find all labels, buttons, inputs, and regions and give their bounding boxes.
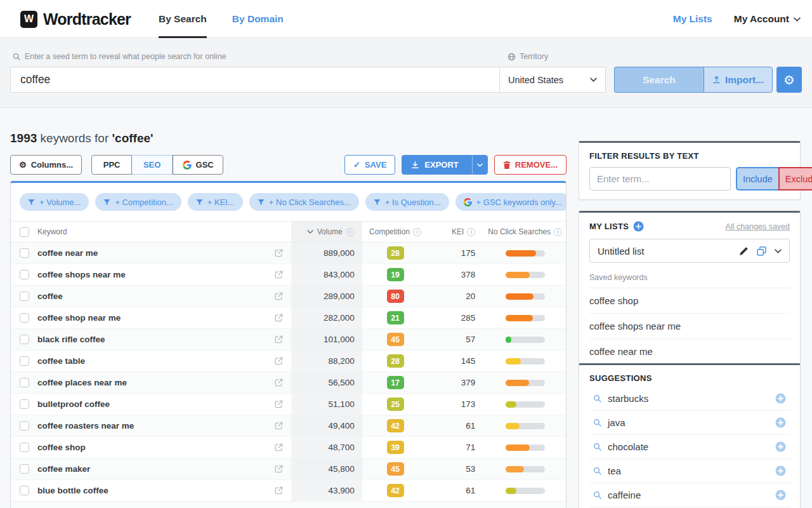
- no-click-bar-fill: [506, 488, 516, 494]
- results-label: keywords for: [41, 131, 109, 145]
- tab-by-domain[interactable]: By Domain: [232, 0, 284, 38]
- header-competition[interactable]: Competition: [369, 227, 410, 236]
- brand-logo[interactable]: W Wordtracker: [20, 0, 131, 38]
- export-button[interactable]: EXPORT: [402, 155, 487, 175]
- volume-value: 289,000: [324, 291, 355, 301]
- external-link-icon[interactable]: [274, 399, 284, 409]
- remove-button[interactable]: REMOVE...: [494, 155, 566, 175]
- external-link-icon[interactable]: [274, 378, 284, 387]
- add-suggestion-button[interactable]: [775, 393, 786, 404]
- territory-value: United States: [508, 75, 590, 85]
- save-button[interactable]: ✓ SAVE: [344, 155, 395, 175]
- external-link-icon[interactable]: [274, 443, 284, 452]
- volume-info-icon[interactable]: i: [346, 228, 355, 236]
- row-checkbox[interactable]: [20, 270, 29, 279]
- header-volume[interactable]: Volume: [317, 227, 343, 236]
- add-suggestion-button[interactable]: [775, 465, 786, 476]
- row-checkbox[interactable]: [20, 313, 29, 323]
- funnel-icon: [103, 199, 110, 206]
- external-link-icon[interactable]: [274, 464, 284, 474]
- filter-chip[interactable]: + Volume...: [20, 193, 89, 211]
- header-kei[interactable]: KEI: [452, 227, 464, 236]
- tab-by-search[interactable]: By Search: [159, 0, 207, 38]
- list-selector[interactable]: Untitled list: [589, 239, 790, 263]
- add-suggestion-button[interactable]: [775, 441, 786, 452]
- volume-value: 843,000: [324, 270, 355, 279]
- row-checkbox[interactable]: [20, 486, 29, 495]
- include-toggle[interactable]: Include: [736, 167, 778, 190]
- ppc-tab[interactable]: PPC: [91, 155, 132, 175]
- no-click-bar: [506, 337, 545, 343]
- my-account-menu[interactable]: My Account: [734, 13, 801, 25]
- row-checkbox[interactable]: [20, 399, 29, 409]
- header-no-click-searches[interactable]: No Click Searches: [488, 227, 551, 236]
- filter-chip[interactable]: + No Click Searches...: [249, 193, 359, 211]
- row-checkbox[interactable]: [20, 335, 29, 344]
- suggestion-item[interactable]: caffeine: [589, 483, 790, 507]
- suggestion-item[interactable]: chocolate: [589, 435, 790, 459]
- suggestion-item[interactable]: java: [589, 411, 790, 435]
- export-dropdown-toggle[interactable]: [472, 156, 487, 174]
- sort-chevron-icon: [307, 230, 313, 234]
- filter-chip[interactable]: + Competition...: [95, 193, 181, 211]
- external-link-icon[interactable]: [274, 291, 284, 301]
- kei-value: 175: [461, 248, 476, 258]
- exclude-toggle[interactable]: Exclude: [778, 167, 812, 190]
- header-keyword[interactable]: Keyword: [37, 227, 67, 236]
- add-suggestion-button[interactable]: [775, 490, 786, 500]
- kei-value: 379: [461, 378, 476, 387]
- volume-value: 101,000: [324, 335, 355, 344]
- no-click-bar-fill: [506, 401, 516, 408]
- volume-value: 45,800: [328, 464, 354, 474]
- row-checkbox[interactable]: [20, 421, 29, 431]
- kei-info-icon[interactable]: i: [467, 228, 475, 236]
- row-checkbox[interactable]: [20, 356, 29, 366]
- funnel-icon: [196, 199, 203, 206]
- no-click-bar-fill: [506, 250, 536, 257]
- plus-circle-icon: [775, 465, 786, 476]
- filter-chip[interactable]: + KEI...: [188, 193, 243, 211]
- select-all-checkbox[interactable]: [20, 227, 29, 237]
- add-suggestion-button[interactable]: [775, 417, 786, 428]
- chevron-down-icon: [590, 77, 597, 82]
- suggestion-item[interactable]: tea: [589, 459, 790, 483]
- competition-info-icon[interactable]: i: [413, 228, 421, 236]
- keyword-text: coffee shops near me: [37, 270, 126, 279]
- filter-chip[interactable]: + Is Question...: [365, 193, 449, 211]
- volume-value: 43,900: [328, 486, 354, 495]
- external-link-icon[interactable]: [274, 486, 284, 495]
- filter-term-input[interactable]: [589, 167, 731, 190]
- search-button[interactable]: Search: [614, 67, 704, 93]
- filter-chip[interactable]: + GSC keywords only...: [455, 193, 566, 211]
- row-checkbox[interactable]: [20, 464, 29, 474]
- search-settings-button[interactable]: ⚙: [776, 67, 802, 93]
- columns-button[interactable]: ⚙ Columns...: [10, 155, 82, 175]
- import-button[interactable]: Import...: [704, 67, 773, 93]
- external-link-icon[interactable]: [274, 313, 284, 323]
- kei-value: 57: [466, 335, 475, 344]
- external-link-icon[interactable]: [274, 356, 284, 366]
- external-link-icon[interactable]: [274, 270, 284, 279]
- row-checkbox[interactable]: [20, 443, 29, 452]
- chip-label: + GSC keywords only...: [476, 197, 562, 207]
- seo-tab[interactable]: SEO: [132, 155, 173, 175]
- competition-badge: 45: [387, 462, 404, 476]
- row-checkbox[interactable]: [20, 291, 29, 301]
- external-link-icon[interactable]: [274, 421, 284, 431]
- top-nav: W Wordtracker By Search By Domain My Lis…: [0, 0, 812, 38]
- copy-icon[interactable]: [757, 246, 766, 256]
- row-checkbox[interactable]: [20, 248, 29, 258]
- external-link-icon[interactable]: [274, 248, 284, 258]
- no-click-bar: [506, 466, 545, 472]
- suggestion-item[interactable]: starbucks: [589, 387, 790, 411]
- my-lists-link[interactable]: My Lists: [673, 13, 712, 25]
- pencil-icon[interactable]: [739, 246, 749, 256]
- no-click-info-icon[interactable]: i: [554, 228, 562, 236]
- row-checkbox[interactable]: [20, 378, 29, 387]
- seed-term-input[interactable]: [10, 67, 500, 93]
- gsc-tab[interactable]: GSC: [173, 155, 223, 175]
- territory-select[interactable]: United States: [499, 67, 606, 93]
- add-list-button[interactable]: [633, 221, 644, 232]
- chevron-down-icon[interactable]: [775, 249, 782, 253]
- external-link-icon[interactable]: [274, 335, 284, 344]
